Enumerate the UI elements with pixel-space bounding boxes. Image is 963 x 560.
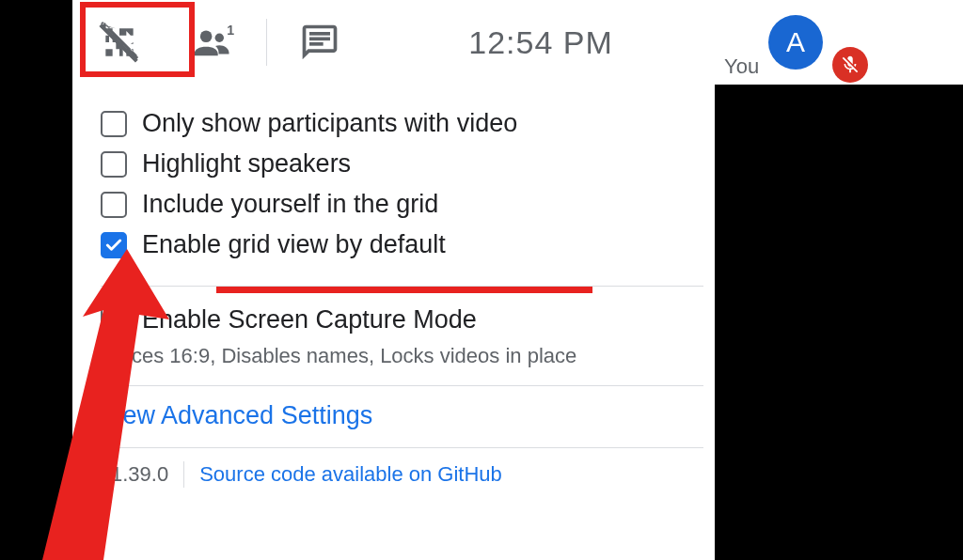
svg-rect-3 (309, 32, 330, 36)
svg-rect-4 (309, 38, 330, 41)
toolbar: 1 12:54 PM (72, 0, 715, 85)
footer-divider (183, 461, 184, 488)
chat-icon-button[interactable] (273, 0, 367, 85)
checkbox-highlight-speakers[interactable] (101, 151, 127, 178)
svg-point-0 (200, 30, 213, 42)
mic-off-icon (840, 54, 860, 75)
clock: 12:54 PM (367, 24, 715, 61)
svg-text:1: 1 (227, 23, 234, 38)
option-only-video: Only show participants with video (101, 103, 703, 144)
option-label: Enable grid view by default (142, 230, 446, 259)
svg-point-1 (215, 34, 224, 42)
checkbox-include-self[interactable] (101, 192, 127, 218)
user-area: You A (715, 0, 963, 85)
checkbox-only-video[interactable] (101, 111, 127, 137)
check-icon (104, 236, 123, 255)
option-enable-grid: Enable grid view by default (101, 225, 703, 265)
options-list: Only show participants with video Highli… (72, 85, 715, 368)
version-label: v1.39.0 (101, 462, 168, 487)
option-screen-capture: Enable Screen Capture Mode (101, 300, 703, 340)
avatar[interactable]: A (768, 15, 823, 70)
footer: v1.39.0 Source code available on GitHub (101, 447, 703, 488)
option-label: Highlight speakers (142, 149, 351, 179)
grid-off-icon-button[interactable] (72, 0, 166, 85)
checkbox-enable-grid[interactable] (101, 232, 127, 258)
participants-icon-button[interactable]: 1 (166, 0, 260, 85)
you-label: You (724, 54, 759, 79)
option-highlight-speakers: Highlight speakers (101, 144, 703, 184)
chat-icon (299, 22, 340, 63)
grid-off-icon (99, 22, 140, 63)
checkbox-screen-capture[interactable] (101, 307, 127, 334)
advanced-settings-link[interactable]: View Advanced Settings (101, 401, 372, 429)
toolbar-divider (266, 19, 267, 66)
source-code-link[interactable]: Source code available on GitHub (199, 462, 502, 487)
option-label: Include yourself in the grid (142, 190, 438, 219)
advanced-section: View Advanced Settings (101, 385, 703, 430)
option-subtext: Forces 16:9, Disables names, Locks video… (101, 344, 703, 368)
settings-panel: 1 12:54 PM Only show participants with v… (72, 0, 715, 560)
option-include-self: Include yourself in the grid (101, 184, 703, 225)
mic-off-badge[interactable] (832, 47, 868, 83)
option-label: Enable Screen Capture Mode (142, 305, 477, 334)
section-screen-capture: Enable Screen Capture Mode Forces 16:9, … (101, 286, 703, 368)
option-label: Only show participants with video (142, 109, 517, 138)
participants-icon: 1 (193, 22, 234, 63)
svg-rect-5 (309, 42, 324, 46)
